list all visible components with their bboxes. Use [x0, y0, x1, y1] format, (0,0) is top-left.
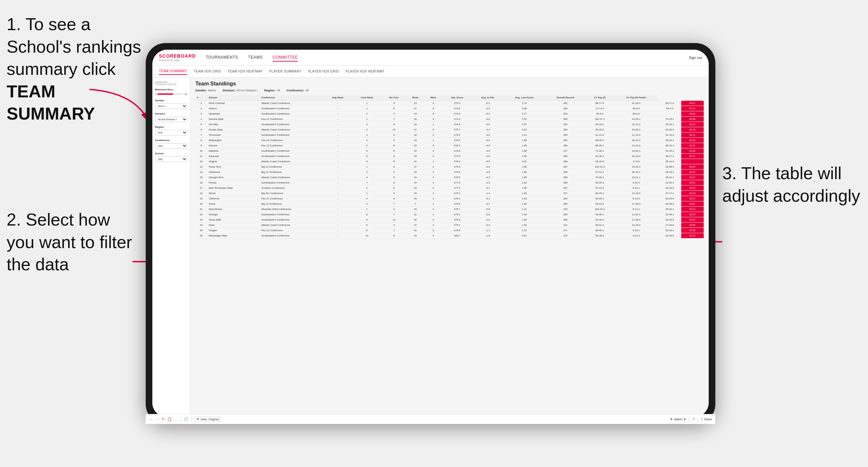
table-cell: 4 — [425, 101, 442, 106]
table-cell: 82.31 — [681, 143, 704, 148]
table-cell: 25 — [195, 228, 207, 233]
table-row: 16FloridaSoutheastern Conference-7924427… — [195, 180, 704, 185]
table-cell: 23-18-2 — [658, 185, 681, 191]
table-cell: 33-25-2 — [614, 127, 658, 132]
division-filter-chip: Division: NCAA Division I — [222, 89, 258, 92]
filter-min-rou-slider[interactable] — [157, 93, 183, 95]
table-cell: 8 — [382, 143, 406, 148]
table-cell: 262 — [545, 122, 585, 127]
sub-nav-team-summary[interactable]: TEAM SUMMARY — [159, 68, 187, 75]
table-cell: 117-4-0 — [586, 106, 614, 111]
table-cell: 260 — [545, 196, 585, 201]
toolbar-sep-2 — [191, 417, 191, 418]
table-cell: 4 — [425, 217, 442, 223]
table-cell: North Carolina — [207, 101, 260, 106]
table-cell — [658, 111, 681, 117]
table-cell: Vanderbilt — [207, 111, 260, 117]
table-cell: 2 — [352, 111, 382, 117]
sub-nav-team-h2h-heatmap[interactable]: TEAM H2H HEATMAP — [227, 68, 262, 74]
conference-select[interactable]: (All) — [155, 143, 187, 149]
table-cell: 36-17-2 — [658, 154, 681, 159]
table-cell: 39-23-1 — [658, 143, 681, 148]
table-row: 3VanderbiltSoutheastern Conference-25236… — [195, 111, 704, 117]
table-cell: 5 — [352, 228, 382, 233]
table-cell: 31-29-1 — [658, 148, 681, 154]
sub-nav-player-h2h-grid[interactable]: PLAYER H2H GRID — [308, 68, 339, 74]
table-cell: Pac-12 Conference — [260, 138, 323, 143]
table-cell: 59-39-1 — [586, 212, 614, 217]
table-row: 13Texas TechBig 12 Conference-19272276.0… — [195, 164, 704, 169]
table-cell: - — [323, 233, 352, 239]
table-cell: - — [323, 212, 352, 217]
sub-nav-player-summary[interactable]: PLAYER SUMMARY — [269, 68, 301, 74]
table-cell: Big 12 Conference — [260, 164, 323, 169]
table-cell: Southern Conference — [260, 185, 323, 191]
table-title: Team Standings — [195, 81, 704, 87]
table-cell: -4.0 — [472, 117, 503, 122]
table-cell: 1.85 — [503, 169, 546, 175]
table-cell: 31-19-0 — [658, 132, 681, 138]
nav-item-tournaments[interactable]: TOURNAMENTS — [206, 54, 238, 62]
table-cell: 1.21 — [503, 228, 546, 233]
table-cell: 1.53 — [503, 196, 546, 201]
table-cell: 17 — [195, 185, 207, 191]
gender-select[interactable]: Men's Women's — [155, 103, 187, 109]
nav-item-committee[interactable]: COMMITTEE — [273, 54, 298, 62]
table-cell: Georgia Tech — [207, 175, 260, 180]
table-cell: 82.39 — [681, 127, 704, 132]
table-cell: 1.28 — [503, 191, 546, 196]
table-cell: 269 — [545, 217, 585, 223]
table-cell: 268 — [545, 154, 585, 159]
table-cell: 70-25-1 — [658, 117, 681, 122]
table-cell: 1 — [352, 164, 382, 169]
table-cell: 9 — [382, 101, 406, 106]
table-cell: Southeastern Conference — [260, 154, 323, 159]
table-cell: 17-30-0 — [658, 223, 681, 228]
sub-nav-team-h2h-grid[interactable]: TEAM H2H GRID — [194, 68, 221, 74]
table-cell: 8 — [382, 159, 406, 164]
table-row: 12VirginiaAtlantic Coast Conference-3824… — [195, 159, 704, 164]
table-cell: Alabama — [207, 148, 260, 154]
col-vs-top50-pts: Vs Top 50 Points — [614, 95, 658, 101]
filter-region: Region N/A All — [155, 126, 187, 135]
table-cell: 1.86 — [503, 148, 546, 154]
table-cell: 88-17-0 — [586, 101, 614, 106]
table-cell: 9 — [382, 180, 406, 185]
filter-conference: Conference (All) — [155, 139, 187, 149]
table-cell: Big 12 Conference — [260, 169, 323, 175]
table-cell: 278.2 — [442, 196, 472, 201]
table-cell: 262 — [545, 101, 585, 106]
table-cell: 5 — [382, 111, 406, 117]
sub-nav-player-h2h-heatmap[interactable]: PLAYER H2H HEATMAP — [346, 68, 384, 74]
table-cell: 2 — [195, 106, 207, 111]
table-cell: 1.39 — [503, 223, 546, 228]
table-cell: 5 — [425, 127, 442, 132]
table-cell: 9-10-1 — [614, 185, 658, 191]
table-cell: 21 — [195, 207, 207, 212]
table-cell: 4 — [425, 180, 442, 185]
nav-item-teams[interactable]: TEAMS — [248, 54, 262, 62]
table-cell: 30 — [406, 217, 425, 223]
toolbar-expand-btn[interactable]: ↗ — [692, 417, 695, 417]
table-cell: -6.0 — [472, 159, 503, 164]
table-cell: 23 — [406, 154, 425, 159]
table-cell: 72-30-1 — [586, 148, 614, 154]
table-cell: - — [323, 223, 352, 228]
table-cell: 23 — [406, 138, 425, 143]
table-cell: 69-6-0 — [614, 111, 658, 117]
view-original-btn[interactable]: 👁 View: Original — [194, 417, 221, 418]
sign-out-link[interactable]: Sign out — [689, 56, 702, 60]
table-cell: 24 — [406, 196, 425, 201]
table-row: 21New MexicoMountain West Conference-192… — [195, 207, 704, 212]
table-cell: 90-51-2 — [586, 223, 614, 228]
division-select[interactable]: NCAA Division I NCAA Division II NCAA Di… — [155, 117, 187, 122]
table-cell: 23 — [406, 207, 425, 212]
table-cell: Illinois — [207, 191, 260, 196]
region-select[interactable]: N/A All — [155, 130, 187, 135]
nav-items: TOURNAMENTS TEAMS COMMITTEE — [206, 54, 689, 62]
col-conf-rank: Conf Rank — [352, 95, 382, 101]
school-select[interactable]: (All) — [155, 156, 187, 162]
table-cell: 1.98 — [503, 143, 546, 148]
table-cell: Auburn — [207, 106, 260, 111]
table-cell: 4 — [352, 175, 382, 180]
